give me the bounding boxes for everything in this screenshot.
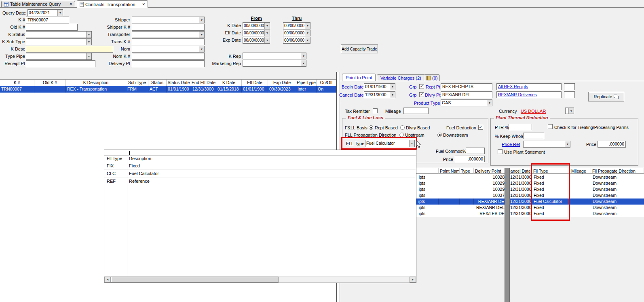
column-header[interactable]: Sub Type — [126, 80, 148, 86]
column-header[interactable]: Exp Date — [268, 80, 296, 86]
fuel-commod-field[interactable] — [466, 148, 485, 154]
shipper-k-input[interactable] — [132, 24, 205, 31]
tab-close-icon[interactable]: ✕ — [142, 2, 145, 6]
shipper-select[interactable]: ▼ — [132, 17, 205, 23]
eff-date-thru-select[interactable]: 00/00/0000▼ — [283, 30, 310, 36]
eff-date-from-select[interactable]: 00/00/0000▼ — [243, 30, 270, 36]
price-ref-select[interactable]: ▼ — [523, 141, 570, 148]
popup-option-clc[interactable]: CLC Fuel Calculator — [104, 170, 416, 177]
dlvry-grp-checkbox[interactable]: ✓ — [419, 92, 424, 97]
popup-horizontal-scrollbar[interactable]: ◄ ► — [104, 277, 416, 283]
tab-contracts-transportation[interactable]: Contracts: Transportation ✕ — [77, 0, 148, 8]
column-header[interactable]: Fll Type — [532, 168, 570, 174]
column-header[interactable]: Status Date — [167, 80, 191, 86]
k-status-select[interactable]: ▼ — [26, 31, 92, 38]
dlvry-pt-aux-field[interactable] — [564, 91, 575, 98]
column-header[interactable]: K # — [0, 80, 34, 86]
ptr-price-field[interactable]: .000000 — [598, 141, 626, 148]
cell — [439, 192, 460, 199]
rcpt-grp-checkbox[interactable]: ✓ — [419, 84, 424, 89]
add-capacity-trade-button[interactable]: Add Capacity Trade — [341, 44, 378, 53]
scroll-right-button[interactable]: ► — [410, 277, 416, 283]
column-header[interactable]: Old K # — [34, 80, 66, 86]
tab-variable-charges[interactable]: Variable Charges (2) — [377, 74, 425, 81]
rex-anr-deliveries-link[interactable]: REX/ANR Deliveries — [498, 92, 537, 97]
k-date-from-select[interactable]: 00/00/0000▼ — [243, 22, 270, 29]
cell: Downstream — [591, 180, 644, 186]
trans-k-input[interactable] — [132, 38, 205, 45]
column-header[interactable]: Eff Date — [242, 80, 268, 86]
exp-date-from-select[interactable]: 00/00/0000▼ — [243, 37, 270, 44]
currency-select[interactable]: ▼ — [565, 108, 574, 114]
keep-whole-field[interactable] — [523, 133, 544, 139]
rcpt-based-radio[interactable] — [369, 125, 373, 130]
receipt-pt-input[interactable] — [26, 60, 95, 67]
use-plant-statement-checkbox[interactable] — [498, 149, 503, 154]
fuel-deduction-checkbox[interactable]: ✓ — [478, 125, 483, 130]
k-date-thru-select[interactable]: 00/00/0000▼ — [283, 22, 310, 29]
nom-k-input[interactable] — [132, 53, 205, 60]
contracts-grid-selected-row[interactable]: TRN00007 REX - Transportation FRM ACT 01… — [0, 86, 337, 93]
tab-point-to-point[interactable]: Point to Point — [342, 74, 376, 81]
column-header[interactable]: Mileage — [570, 168, 591, 174]
query-date-select[interactable]: 04/23/2021 ▼ — [27, 9, 63, 16]
tab-table-maintenance-query[interactable]: Table Maintenance Query ✕ — [1, 1, 75, 7]
currency-value[interactable]: US DOLLAR — [521, 109, 549, 114]
column-header[interactable]: K Date — [216, 80, 242, 86]
column-header[interactable]: Cancel Date — [506, 168, 532, 174]
popup-option-ref[interactable]: REF Reference — [104, 177, 416, 185]
upstream-radio[interactable] — [399, 133, 404, 137]
ptr-field[interactable] — [509, 124, 532, 130]
k-rep-select[interactable]: ▼ — [243, 53, 306, 59]
column-header[interactable]: K Description — [66, 80, 126, 86]
column-header[interactable]: Fll Propagate Direction — [591, 168, 644, 174]
type-pipe-select[interactable]: ▼ — [26, 53, 92, 60]
downstream-radio[interactable] — [437, 133, 442, 137]
column-header[interactable]: On/Off — [317, 80, 336, 86]
transporter-select[interactable]: ▼ — [132, 31, 205, 38]
column-header[interactable]: Type — [460, 168, 474, 174]
k-number-input[interactable]: TRN00007 — [26, 17, 69, 23]
column-header[interactable]: Pipe Type — [296, 80, 317, 86]
column-header[interactable]: Point Name — [439, 168, 460, 174]
column-header[interactable]: Status — [148, 80, 167, 86]
dropdown-arrow-icon: ▼ — [264, 37, 270, 43]
exp-date-thru-select[interactable]: 00/00/0000▼ — [283, 37, 310, 44]
k-sub-type-select[interactable]: ▼ — [26, 38, 92, 45]
begin-date-select[interactable]: 01/01/1900▼ — [364, 83, 395, 90]
replicate-button[interactable]: Replicate — [588, 92, 624, 101]
nom-label: Nom — [94, 46, 130, 52]
price-ref-link[interactable]: Price Ref — [502, 142, 521, 147]
cell: 01/01/1900 — [167, 86, 191, 93]
product-type-select[interactable]: GAS▼ — [441, 99, 492, 106]
tab-notes[interactable]: (0) — [424, 74, 440, 81]
fll-type-select[interactable]: Fuel Calculator▼ — [365, 140, 415, 147]
column-header[interactable]: End Eff Date — [191, 80, 216, 86]
treating-parms-checkbox[interactable] — [548, 124, 553, 129]
tab-close-icon[interactable]: ✕ — [69, 2, 72, 6]
scroll-left-button[interactable]: ◄ — [104, 277, 111, 283]
scrollbar-thumb[interactable] — [111, 277, 279, 283]
rcpt-pt-field[interactable]: REX RECEIPTS — [441, 83, 492, 90]
dlvry-pt-field[interactable]: REX/ANR DEL — [441, 91, 492, 98]
dropdown-arrow-icon: ▼ — [86, 39, 91, 45]
fll-price-field[interactable]: .000000 — [455, 156, 485, 162]
nom-select[interactable]: ▼ — [132, 46, 205, 53]
tax-remitter-checkbox[interactable] — [373, 108, 378, 113]
dlvry-based-radio[interactable] — [400, 125, 405, 130]
dlvry-pt-group-field[interactable]: REX/ANR Deliveries — [496, 91, 562, 98]
column-header[interactable]: Delivery Point — [474, 168, 506, 174]
old-k-input[interactable] — [26, 24, 78, 31]
cancel-date-select[interactable]: 12/31/3000▼ — [364, 91, 395, 98]
popup-filter-row[interactable] — [104, 150, 416, 156]
rcpt-pt-aux-field[interactable] — [564, 83, 575, 90]
grid-splitter[interactable] — [505, 168, 510, 302]
cell: REX/ANR DEL — [474, 205, 506, 211]
delivery-pt-input[interactable] — [132, 60, 205, 67]
marketing-rep-select[interactable]: ▼ — [243, 60, 306, 67]
popup-option-fix[interactable]: FIX Fixed — [104, 162, 416, 170]
rcpt-pt-group-field[interactable]: All REX Recipts — [496, 83, 562, 90]
all-rex-receipts-link[interactable]: All REX Recipts — [498, 84, 528, 89]
mileage-field[interactable] — [403, 108, 429, 114]
dropdown-arrow-icon: ▼ — [199, 17, 204, 23]
